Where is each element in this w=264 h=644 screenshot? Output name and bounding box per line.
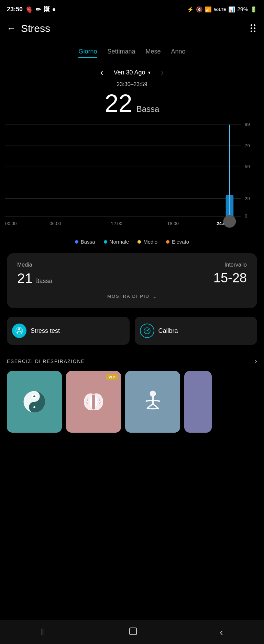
svg-text:99: 99 xyxy=(245,122,250,127)
svg-point-21 xyxy=(146,330,147,331)
pencil-icon: ✏ xyxy=(36,6,41,13)
legend-bassa: Bassa xyxy=(75,239,95,245)
tab-anno[interactable]: Anno xyxy=(171,48,186,58)
yin-yang-icon xyxy=(22,390,46,414)
legend-label-normale: Normale xyxy=(110,239,129,245)
app-header: ← Stress xyxy=(0,17,264,41)
image-icon: 🖼 xyxy=(44,6,50,13)
legend-normale: Normale xyxy=(104,239,129,245)
calibra-button[interactable]: Calibra xyxy=(135,317,257,345)
next-date-button[interactable]: › xyxy=(161,67,164,78)
legend-dot-elevato xyxy=(166,240,169,244)
chart-scrubber[interactable] xyxy=(223,215,236,228)
breathing-section-title: ESERCIZI DI RESPIRAZIONE xyxy=(7,359,85,364)
legend-elevato: Elevato xyxy=(166,239,189,245)
mute-icon: 🔇 xyxy=(196,6,203,13)
intervallo-title: Intervallo xyxy=(132,262,247,268)
chart-area: 99 79 59 29 0 00:00 06:00 12:00 18:00 24… xyxy=(0,121,264,232)
prev-date-button[interactable]: ‹ xyxy=(100,67,103,78)
bottom-menu-button[interactable]: ⦀ xyxy=(34,623,53,641)
svg-text:59: 59 xyxy=(245,164,250,169)
svg-text:18:00: 18:00 xyxy=(167,221,179,226)
stress-level-label: Bassa xyxy=(136,104,160,114)
media-value: 21 xyxy=(17,271,33,286)
bottom-back-button[interactable]: ‹ xyxy=(213,623,230,641)
date-dropdown-icon: ▾ xyxy=(148,70,151,75)
show-more-chevron-icon: ⌄ xyxy=(152,293,157,300)
svg-text:12:00: 12:00 xyxy=(111,221,122,226)
media-value-row: 21 Bassa xyxy=(17,271,132,286)
stress-test-icon xyxy=(12,324,26,338)
stats-card: Media 21 Bassa Intervallo 15-28 MOSTRA D… xyxy=(7,253,257,308)
tab-mese[interactable]: Mese xyxy=(146,48,161,58)
breathing-section-arrow[interactable]: › xyxy=(255,357,257,366)
exercise-cards-container: VIP xyxy=(0,371,264,440)
bottom-home-button[interactable] xyxy=(121,623,145,642)
media-block: Media 21 Bassa xyxy=(17,262,132,286)
legend-label-medio: Medio xyxy=(143,239,157,245)
signal-icon: 📊 xyxy=(228,6,235,13)
show-more-button[interactable]: MOSTRA DI PIÙ ⌄ xyxy=(17,293,247,300)
exercise-card-4[interactable] xyxy=(184,371,212,433)
tab-settimana[interactable]: Settimana xyxy=(107,48,135,58)
time-range-text: 23:30–23:59 xyxy=(117,81,147,87)
legend-label-elevato: Elevato xyxy=(172,239,189,245)
current-date: Ven 30 Ago xyxy=(113,69,145,76)
intervallo-block: Intervallo 15-28 xyxy=(132,262,247,285)
bluetooth-icon: ⚡ xyxy=(187,6,194,13)
svg-text:0: 0 xyxy=(245,213,247,219)
time-range-display: 23:30–23:59 xyxy=(0,80,264,89)
meditation-icon xyxy=(142,390,164,414)
wifi-icon: 📶 xyxy=(205,6,212,13)
media-title: Media xyxy=(17,262,132,268)
vip-badge: VIP xyxy=(106,374,118,380)
tab-giorno[interactable]: Giorno xyxy=(78,48,97,58)
legend-dot-normale xyxy=(104,240,107,244)
more-menu-button[interactable] xyxy=(249,23,257,34)
svg-text:29: 29 xyxy=(245,196,250,201)
period-tabs: Giorno Settimana Mese Anno xyxy=(0,45,264,60)
exercise-card-2[interactable]: VIP xyxy=(66,371,121,433)
heart-icon: 🫀 xyxy=(25,6,33,13)
svg-text:00:00: 00:00 xyxy=(5,221,16,226)
lte-icon: VoLTE xyxy=(214,7,226,12)
show-more-label: MOSTRA DI PIÙ xyxy=(107,294,150,299)
exercise-card-1[interactable] xyxy=(7,371,62,433)
svg-rect-32 xyxy=(130,628,136,635)
svg-point-31 xyxy=(150,391,156,397)
calibra-label: Calibra xyxy=(158,327,178,335)
battery-percent: 29% xyxy=(237,7,248,13)
brain-icon xyxy=(81,390,106,414)
stress-test-label: Stress test xyxy=(31,327,60,335)
action-buttons: Stress test Calibra xyxy=(0,315,264,353)
exercise-card-3[interactable] xyxy=(125,371,180,433)
bottom-navigation: ⦀ ‹ xyxy=(0,620,264,644)
status-time: 23:50 xyxy=(7,6,23,13)
header-left: ← Stress xyxy=(7,23,50,34)
date-selector[interactable]: Ven 30 Ago ▾ xyxy=(113,69,150,76)
legend-label-bassa: Bassa xyxy=(81,239,95,245)
status-left: 23:50 🫀 ✏ 🖼 xyxy=(7,6,55,13)
back-button[interactable]: ← xyxy=(7,23,16,34)
battery-icon: 🔋 xyxy=(250,6,257,13)
legend-dot-bassa xyxy=(75,240,78,244)
legend-medio: Medio xyxy=(138,239,157,245)
intervallo-value: 15-28 xyxy=(132,271,247,285)
status-dot xyxy=(53,8,55,11)
svg-text:06:00: 06:00 xyxy=(50,221,61,226)
page-title: Stress xyxy=(21,23,50,34)
status-bar: 23:50 🫀 ✏ 🖼 ⚡ 🔇 📶 VoLTE 📊 29% 🔋 xyxy=(0,0,264,17)
svg-point-25 xyxy=(33,395,35,397)
stress-legend: Bassa Normale Medio Elevato xyxy=(0,234,264,251)
stress-number: 22 xyxy=(105,91,132,116)
breathing-section-header: ESERCIZI DI RESPIRAZIONE › xyxy=(0,353,264,371)
stress-test-button[interactable]: Stress test xyxy=(7,317,130,345)
stress-chart: 99 79 59 29 0 00:00 06:00 12:00 18:00 24… xyxy=(5,121,259,231)
media-sublabel: Bassa xyxy=(35,278,53,285)
stress-value-container: 22 Bassa xyxy=(0,89,264,121)
svg-point-17 xyxy=(18,328,20,330)
svg-point-26 xyxy=(33,406,35,408)
legend-dot-medio xyxy=(138,240,141,244)
svg-point-28 xyxy=(90,394,103,410)
svg-text:79: 79 xyxy=(245,143,250,148)
